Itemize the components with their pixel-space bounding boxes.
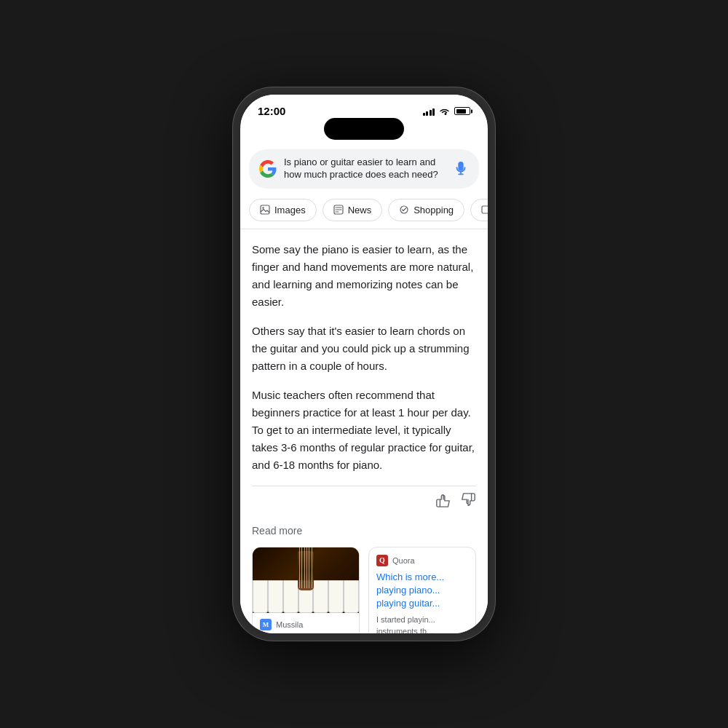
battery-icon: [454, 107, 470, 115]
search-bar-container: Is piano or guitar easier to learn and h…: [240, 143, 488, 194]
phone-device: 12:00: [233, 87, 495, 641]
tab-news[interactable]: News: [323, 199, 383, 221]
quora-source-row: Q Quora: [369, 547, 475, 569]
search-bar[interactable]: Is piano or guitar easier to learn and h…: [249, 149, 479, 189]
tab-images[interactable]: Images: [249, 199, 317, 221]
mussila-source-row: M Mussila: [253, 613, 359, 633]
thumbs-down-button[interactable]: [460, 492, 476, 512]
images-tab-label: Images: [274, 205, 306, 215]
quora-card-title: Which is more...playing piano...playing …: [369, 569, 475, 615]
battery-fill: [456, 109, 467, 114]
content-area: Is piano or guitar easier to learn and h…: [240, 143, 488, 633]
news-tab-label: News: [348, 205, 372, 215]
filter-tabs: Images News: [240, 194, 488, 229]
videos-tab-icon: [481, 205, 488, 215]
quora-favicon: Q: [376, 555, 388, 566]
dynamic-island: [324, 118, 404, 140]
svg-rect-2: [261, 205, 269, 214]
feedback-row: [252, 486, 476, 518]
svg-point-3: [262, 207, 264, 209]
quora-source-name: Quora: [392, 556, 415, 565]
read-more-link[interactable]: Read more: [252, 518, 476, 547]
mussila-source-name: Mussila: [276, 620, 303, 629]
source-card-mussila[interactable]: M Mussila What's Easier to Learn Piano o…: [252, 547, 360, 633]
ai-paragraph-3: Music teachers often recommend that begi…: [252, 387, 476, 474]
signal-icon: [423, 107, 435, 116]
mussila-card-image: [253, 547, 359, 613]
source-card-quora[interactable]: Q Quora Which is more...playing piano...…: [368, 547, 476, 633]
google-logo: [259, 160, 277, 178]
status-icons: [423, 107, 471, 116]
status-time: 12:00: [258, 105, 285, 117]
phone-screen: 12:00: [240, 95, 488, 633]
thumbs-up-button[interactable]: [435, 492, 451, 512]
ai-paragraph-1: Some say the piano is easier to learn, a…: [252, 241, 476, 311]
microphone-icon[interactable]: [453, 161, 469, 177]
shopping-tab-icon: [399, 205, 409, 215]
tab-shopping[interactable]: Shopping: [388, 199, 464, 221]
mussila-favicon: M: [260, 619, 272, 630]
news-tab-icon: [333, 205, 344, 215]
shopping-tab-label: Shopping: [414, 205, 454, 215]
tab-videos[interactable]: Vide...: [470, 199, 488, 221]
quora-card-snippet: I started playin...instruments th...now,…: [369, 614, 475, 633]
search-query-text: Is piano or guitar easier to learn and h…: [284, 157, 446, 181]
source-cards: M Mussila What's Easier to Learn Piano o…: [252, 547, 476, 633]
svg-rect-9: [482, 206, 488, 213]
wifi-icon: [439, 107, 450, 116]
ai-paragraph-2: Others say that it's easier to learn cho…: [252, 323, 476, 375]
scroll-content[interactable]: Some say the piano is easier to learn, a…: [240, 229, 488, 633]
images-tab-icon: [260, 205, 270, 215]
